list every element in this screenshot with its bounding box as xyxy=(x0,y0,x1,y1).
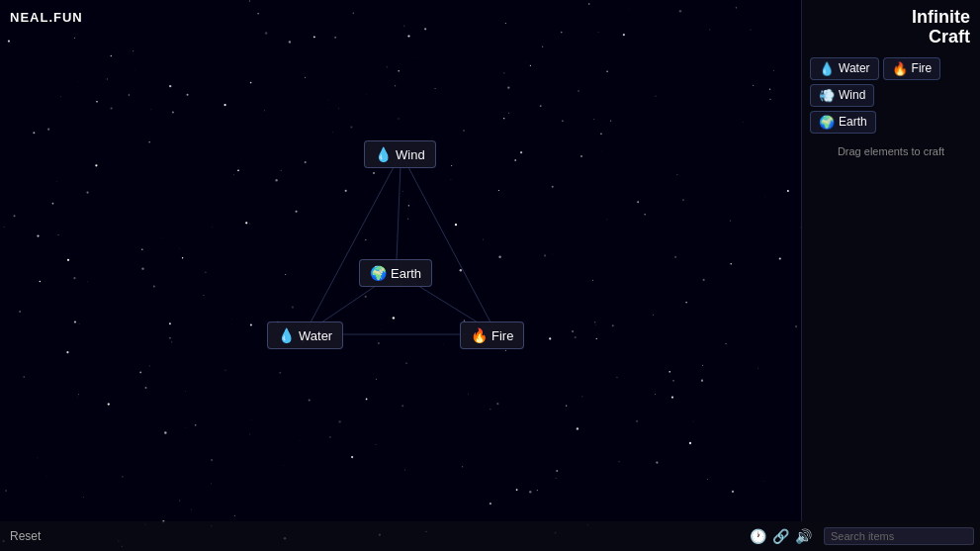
sidebar-chip-water-label: Water xyxy=(839,61,870,75)
svg-line-1 xyxy=(305,153,401,334)
bottom-bar: Reset xyxy=(0,521,801,551)
canvas-element-water[interactable]: 💧Water xyxy=(267,321,343,349)
sidebar-row-2: 🌍Earth xyxy=(810,111,972,134)
wind-label: Wind xyxy=(396,147,425,162)
bottom-icons: 🕐 🔗 🔊 xyxy=(801,521,980,551)
canvas-element-earth[interactable]: 🌍Earth xyxy=(359,259,432,287)
sidebar-chip-wind-icon: 💨 xyxy=(819,88,835,103)
drag-hint: Drag elements to craft xyxy=(802,139,980,163)
sound-icon[interactable]: 🔊 xyxy=(795,528,812,544)
sidebar-chip-earth[interactable]: 🌍Earth xyxy=(810,111,876,134)
sidebar: InfiniteCraft 💧Water🔥Fire💨Wind 🌍Earth Dr… xyxy=(801,0,980,521)
wind-icon: 💧 xyxy=(375,146,392,162)
earth-icon: 🌍 xyxy=(370,265,387,281)
sidebar-chip-fire[interactable]: 🔥Fire xyxy=(883,57,941,80)
earth-label: Earth xyxy=(391,266,421,281)
canvas-element-fire[interactable]: 🔥Fire xyxy=(460,321,524,349)
sidebar-chip-earth-icon: 🌍 xyxy=(819,115,835,130)
app-title: InfiniteCraft xyxy=(812,8,970,47)
sidebar-header: InfiniteCraft xyxy=(802,0,980,51)
sidebar-chip-water[interactable]: 💧Water xyxy=(810,57,879,80)
sidebar-chip-water-icon: 💧 xyxy=(819,61,835,76)
sidebar-chip-fire-icon: 🔥 xyxy=(892,61,908,76)
sidebar-chip-wind-label: Wind xyxy=(839,88,865,102)
sidebar-chip-earth-label: Earth xyxy=(839,115,867,129)
logo: NEAL.FUN xyxy=(10,10,83,25)
water-icon: 💧 xyxy=(278,327,295,343)
water-label: Water xyxy=(299,328,332,343)
share-icon[interactable]: 🔗 xyxy=(772,528,789,544)
canvas-element-wind[interactable]: 💧Wind xyxy=(364,140,436,168)
sidebar-chip-fire-label: Fire xyxy=(912,61,933,75)
reset-button[interactable]: Reset xyxy=(10,529,41,543)
svg-line-2 xyxy=(401,153,497,334)
sidebar-chip-wind[interactable]: 💨Wind xyxy=(810,84,874,107)
history-icon[interactable]: 🕐 xyxy=(750,528,766,544)
fire-label: Fire xyxy=(491,328,513,343)
fire-icon: 🔥 xyxy=(471,327,488,343)
svg-line-0 xyxy=(397,153,401,272)
sidebar-items: 💧Water🔥Fire💨Wind 🌍Earth xyxy=(802,51,980,139)
craft-area[interactable]: NEAL.FUN Reset 💧Wind🌍Earth💧Water🔥Fire xyxy=(0,0,801,551)
search-input[interactable] xyxy=(824,527,974,545)
sidebar-row-1: 💧Water🔥Fire💨Wind xyxy=(810,57,972,107)
